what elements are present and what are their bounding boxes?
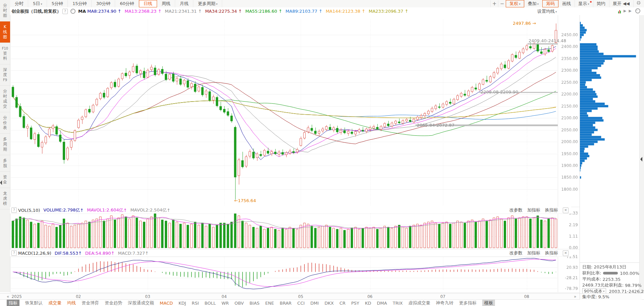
toolbar-button-显示[interactable]: 显示▾ — [575, 0, 593, 7]
profit-ratio-row: 获利比率:100.00% — [580, 270, 639, 276]
indicator-tab-MACD[interactable]: MACD — [160, 301, 173, 306]
indicator-tab-模板[interactable]: 模板 — [482, 300, 495, 306]
indicator-tab-OBV[interactable]: OBV — [235, 301, 244, 306]
toolbar-button-筹码[interactable]: 筹码 — [542, 0, 558, 7]
sidebar-item-F10资料[interactable]: F10资料 — [0, 43, 10, 64]
indicator-tab-BRAR[interactable]: BRAR — [280, 301, 292, 306]
volume-profile-chart — [580, 15, 640, 232]
period-tab-周线[interactable]: 周线 — [157, 0, 175, 7]
sidebar-item-K线图[interactable]: K线图 — [0, 21, 10, 43]
indicator-tab-均线[interactable]: 均线 — [67, 300, 76, 306]
play-forward-icon[interactable]: ▶ — [629, 9, 631, 13]
indicator-tab-TRIX[interactable]: TRIX — [393, 301, 403, 306]
help-icon[interactable]: ? — [11, 207, 17, 213]
indicator-tab-CR[interactable]: CR — [339, 301, 345, 306]
vol-indicator-label: VOL(5,10) — [18, 208, 40, 213]
close-pane-icon[interactable]: × — [563, 250, 568, 256]
chevron-down-icon: ▾ — [41, 2, 42, 6]
settings-gear-icon[interactable] — [635, 8, 640, 13]
toolbar-button-简约[interactable]: 简约 — [593, 0, 609, 7]
toolbar-button-展开 ◀◀[interactable]: 展开 ◀◀ — [609, 0, 633, 7]
sidebar-item-龙虎榜[interactable]: 龙虎榜 — [0, 188, 10, 209]
ma-values: MA8:2374.90 ↑MA13:2368.23 ↑MA21:2341.31 … — [87, 9, 412, 14]
date-row: 日期: 2025年8月13日 — [580, 264, 639, 270]
indicator-tab-资金趋势[interactable]: 资金趋势 — [105, 300, 122, 306]
sidebar-item-char: F10 — [2, 46, 8, 51]
sidebar-item-char: 期 — [3, 147, 7, 152]
close-pane-icon[interactable]: × — [563, 207, 568, 213]
ma-value: MA144:2123.38 ↑ — [326, 9, 365, 14]
help-icon[interactable]: ? — [11, 250, 17, 256]
indicator-tab-CCI[interactable]: CCI — [297, 301, 305, 306]
indicator-tab-WR[interactable]: WR — [221, 301, 229, 306]
indicator-tab-成交量[interactable]: 成交量 — [48, 300, 61, 306]
indicator-tab-恢复默认[interactable]: 恢复默认 — [25, 300, 43, 306]
sidebar-item-深度F9[interactable]: 深度F9 — [0, 64, 10, 86]
zoom-in-button[interactable]: + — [490, 0, 498, 7]
indicator-tab-指标[interactable]: 指标 — [7, 300, 19, 306]
period-tab-5分钟[interactable]: 5分钟 — [47, 0, 68, 7]
indicator-tab-BIAS[interactable]: BIAS — [249, 301, 259, 306]
indicator-tab-DMI[interactable]: DMI — [310, 301, 319, 306]
indicator-tab-BOLL[interactable]: BOLL — [204, 301, 215, 306]
toolbar-button-叠加[interactable]: 叠加▾ — [524, 0, 543, 7]
macd-indicator-label: MACD(12,26,9) — [18, 251, 51, 256]
chip-info-panel: 日期: 2025年8月13日 获利比率:100.00% 平均成本: 2253.3… — [580, 262, 639, 295]
help-icon[interactable]: ? — [62, 9, 68, 14]
month-tick-04: 04 — [221, 294, 227, 299]
notification-dot — [590, 1, 592, 3]
scroll-right-icon[interactable]: » — [574, 294, 576, 299]
right-scrollbar[interactable] — [639, 15, 644, 293]
sidebar-item-char: 分 — [3, 3, 7, 8]
period-tab-60分钟[interactable]: 60分钟 — [115, 0, 139, 7]
change-params-link[interactable]: 改参数 — [509, 207, 523, 213]
indicator-tab-PSY[interactable]: PSY — [351, 301, 359, 306]
indicator-tab-资金博弈[interactable]: 资金博弈 — [82, 300, 99, 306]
play-back-icon[interactable]: ▶ — [624, 9, 626, 13]
period-tab-日线[interactable]: 日线 — [139, 0, 157, 7]
period-tab-分时[interactable]: 分时 — [10, 0, 28, 7]
sidebar-item-分时成交[interactable]: 分时成交 — [0, 86, 10, 112]
toolbar-button-画线[interactable]: 画线 — [558, 0, 575, 7]
indicator-tab-神奇九转[interactable]: 神奇九转 — [436, 300, 453, 306]
period-tab-15分钟[interactable]: 15分钟 — [68, 0, 92, 7]
zoom-out-button[interactable]: − — [498, 0, 506, 7]
sidebar-item-多股[interactable]: 多股 — [0, 155, 10, 172]
sidebar-item-char: 时 — [3, 94, 7, 99]
macd-pane-links: 改参数 加指标 换指标 × — [509, 250, 571, 256]
sidebar-item-char: 表 — [3, 125, 7, 130]
toolbar-button-复权[interactable]: 复权▾ — [506, 0, 524, 7]
indicator-tab-虚拟成交量[interactable]: 虚拟成交量 — [408, 300, 430, 306]
sidebar-item-分价表[interactable]: 分价表 — [0, 112, 10, 134]
sidebar-item-char: 成 — [3, 99, 7, 104]
mini-chart-icon[interactable] — [618, 8, 621, 13]
indicator-tab-ENE[interactable]: ENE — [265, 301, 274, 306]
add-indicator-link[interactable]: 加指标 — [527, 207, 540, 213]
add-indicator-link[interactable]: 加指标 — [527, 250, 540, 256]
restore-layout-button[interactable] — [633, 0, 644, 7]
sidebar-item-分时图[interactable]: 分时图 — [0, 0, 10, 21]
indicator-tab-KD[interactable]: KD — [365, 301, 371, 306]
scroll-left-icon[interactable]: « — [7, 294, 9, 299]
indicator-tab-KDJ[interactable]: KDJ — [179, 301, 186, 306]
period-tab-30分钟[interactable]: 30分钟 — [92, 0, 115, 7]
sidebar-collapse-handle[interactable] — [0, 180, 2, 185]
period-tab-月线[interactable]: 月线 — [175, 0, 193, 7]
period-tab-更多周期[interactable]: 更多周期▾ — [193, 0, 222, 7]
panel-collapse-handle[interactable] — [640, 157, 642, 162]
chevron-down-icon: ▾ — [216, 2, 218, 6]
indicator-tab-DKX[interactable]: DKX — [325, 301, 334, 306]
swap-indicator-link[interactable]: 换指标 — [545, 250, 558, 256]
indicator-tab-RSI[interactable]: RSI — [192, 301, 199, 306]
sidebar-item-多周期[interactable]: 多周期 — [0, 134, 10, 155]
set-ma-dropdown[interactable]: 设置均线▾ — [537, 8, 557, 14]
indicator-tab-更多指标[interactable]: 更多指标 — [459, 300, 477, 306]
swap-indicator-link[interactable]: 换指标 — [545, 207, 558, 213]
change-params-link[interactable]: 改参数 — [509, 250, 523, 256]
gear-icon[interactable] — [70, 9, 76, 14]
indicator-tab-DMA[interactable]: DMA — [377, 301, 387, 306]
sidebar-item-资金[interactable]: 资金 — [0, 172, 10, 188]
indicator-tab-深股通成交额[interactable]: 深股通成交额 — [128, 300, 154, 306]
period-tab-5日[interactable]: 5日▾ — [28, 0, 47, 7]
profit-ratio-value: 100.00% — [620, 271, 639, 276]
